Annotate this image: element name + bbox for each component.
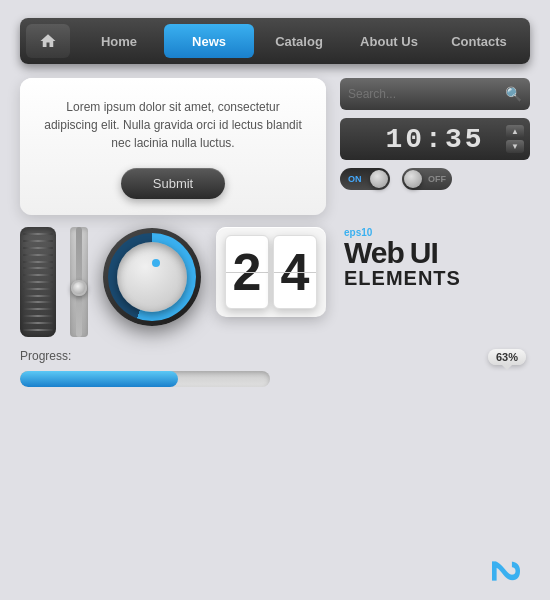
- clock-up-button[interactable]: ▲: [506, 125, 524, 138]
- progress-fill: [20, 371, 178, 387]
- brand-elements: ELEMENTS: [344, 268, 461, 288]
- knob-wrap: [102, 227, 202, 327]
- search-icon: 🔍: [505, 86, 522, 102]
- slider-line: [23, 274, 53, 276]
- toggle-on-label: ON: [348, 174, 362, 184]
- progress-track[interactable]: [20, 371, 270, 387]
- slider-line: [23, 247, 53, 249]
- bottom-row: 2 4 eps10 Web UI ELEMENTS: [20, 227, 530, 337]
- slider-line: [23, 261, 53, 263]
- knob-outer[interactable]: [103, 228, 201, 326]
- slider-line: [23, 315, 53, 317]
- nav-item-aboutus[interactable]: About Us: [344, 24, 434, 58]
- brand-ui: UI: [410, 238, 438, 268]
- toggle-on[interactable]: ON: [340, 168, 390, 190]
- knob-dot: [152, 259, 160, 267]
- slider-thumb[interactable]: [71, 280, 87, 296]
- slider-line: [23, 301, 53, 303]
- brand-web: Web: [344, 238, 404, 268]
- home-icon: [39, 32, 57, 50]
- toggle-off-label: OFF: [428, 174, 446, 184]
- slider-line: [23, 329, 53, 331]
- progress-badge: 63%: [488, 349, 526, 365]
- brand-part: 2: [483, 560, 528, 582]
- slider-line: [23, 233, 53, 235]
- clock-box: 10:35 ▲ ▼: [340, 118, 530, 160]
- toggle-off-knob: [404, 170, 422, 188]
- knob-ring: [108, 233, 196, 321]
- toggle-row: ON OFF: [340, 168, 530, 190]
- slider-line: [23, 308, 53, 310]
- vertical-slider-large[interactable]: [20, 227, 56, 337]
- search-bar: 🔍: [340, 78, 530, 110]
- slider-line: [23, 281, 53, 283]
- clock-down-button[interactable]: ▼: [506, 140, 524, 153]
- search-input[interactable]: [348, 87, 505, 101]
- submit-button[interactable]: Submit: [121, 168, 225, 199]
- card-body-text: Lorem ipsum dolor sit amet, consectetur …: [40, 98, 306, 152]
- toggle-off[interactable]: OFF: [402, 168, 452, 190]
- slider-line: [23, 240, 53, 242]
- flip-digit-1: 2: [225, 235, 269, 309]
- nav-item-news[interactable]: News: [164, 24, 254, 58]
- slider-line: [23, 267, 53, 269]
- progress-section: Progress: 63%: [20, 347, 530, 387]
- vertical-slider-small[interactable]: [70, 227, 88, 337]
- nav-item-contacts[interactable]: Contacts: [434, 24, 524, 58]
- clock-arrows: ▲ ▼: [506, 125, 524, 153]
- text-card: Lorem ipsum dolor sit amet, consectetur …: [20, 78, 326, 215]
- clock-display: 10:35: [385, 124, 484, 155]
- slider-line: [23, 295, 53, 297]
- main-row: Lorem ipsum dolor sit amet, consectetur …: [20, 78, 530, 215]
- flip-digit-2: 4: [273, 235, 317, 309]
- right-panel: 🔍 10:35 ▲ ▼ ON OFF: [340, 78, 530, 215]
- slider-line: [23, 254, 53, 256]
- nav-home-button[interactable]: [26, 24, 70, 58]
- navbar: Home News Catalog About Us Contacts: [20, 18, 530, 64]
- progress-label-row: Progress: 63%: [20, 347, 530, 365]
- branding-block: eps10 Web UI ELEMENTS: [344, 227, 461, 288]
- slider-line: [23, 288, 53, 290]
- progress-label: Progress:: [20, 349, 71, 363]
- nav-item-catalog[interactable]: Catalog: [254, 24, 344, 58]
- knob-inner: [117, 242, 187, 312]
- slider-line: [23, 322, 53, 324]
- flip-clock: 2 4: [216, 227, 326, 317]
- slider-lines: [20, 227, 56, 337]
- nav-item-home[interactable]: Home: [74, 24, 164, 58]
- toggle-on-knob: [370, 170, 388, 188]
